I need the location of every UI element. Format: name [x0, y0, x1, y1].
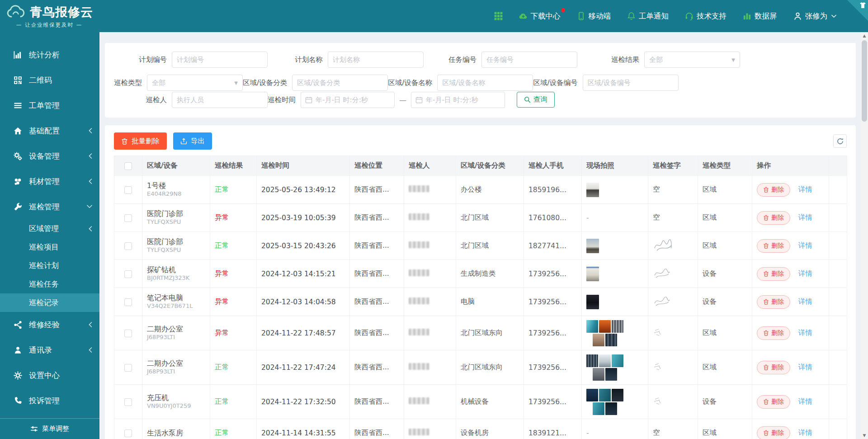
nav-download-center[interactable]: 下载中心 — [519, 11, 561, 21]
sidebar-item-stats[interactable]: 统计分析 — [0, 42, 99, 67]
photo-thumbnail[interactable] — [612, 320, 623, 333]
sidebar-item-qrcode[interactable]: 二维码 — [0, 67, 99, 93]
photo-thumbnail[interactable] — [586, 239, 599, 253]
photo-thumbnail[interactable] — [593, 368, 604, 381]
delete-button[interactable]: 删除 — [757, 183, 790, 197]
row-checkbox[interactable] — [124, 398, 132, 406]
photo-thumbnail[interactable] — [586, 183, 599, 197]
sidebar-item-area-mgmt[interactable]: 区域管理 — [0, 219, 99, 238]
photo-thumbnail[interactable] — [593, 334, 604, 346]
row-checkbox[interactable] — [124, 330, 132, 337]
row-checkbox[interactable] — [124, 214, 132, 222]
nav-user-menu[interactable]: 张修为 — [793, 11, 837, 21]
start-time-picker[interactable] — [301, 92, 395, 108]
photo-thumbnail[interactable] — [605, 334, 617, 346]
sidebar-item-consumable-mgmt[interactable]: 耗材管理 — [0, 169, 99, 194]
nav-data-screen[interactable]: 数据屏 — [743, 11, 777, 21]
filter-area-name-input[interactable] — [442, 79, 528, 87]
filter-type-select[interactable]: 全部 ▼ — [147, 75, 243, 91]
detail-link[interactable]: 详情 — [798, 363, 812, 371]
photo-thumbnail[interactable] — [612, 389, 623, 401]
sidebar-item-complaint-mgmt[interactable]: 投诉管理 — [0, 388, 99, 413]
row-checkbox[interactable] — [124, 430, 132, 437]
header-nav: 下载中心移动端工单通知技术支持数据屏张修为 — [494, 11, 868, 21]
sidebar-item-workorder[interactable]: 工单管理 — [0, 93, 99, 118]
sidebar-item-base-config[interactable]: 基础配置 — [0, 118, 99, 143]
sidebar-item-menu-adjust[interactable]: 菜单调整 — [0, 418, 99, 439]
signature-cell — [648, 385, 698, 419]
sidebar-item-device-mgmt[interactable]: 设备管理 — [0, 143, 99, 169]
scroll-up-arrow[interactable]: ▲ — [861, 32, 868, 39]
delete-button[interactable]: 删除 — [757, 211, 790, 225]
end-time-picker[interactable] — [411, 92, 505, 108]
filter-plan-name-input[interactable] — [333, 56, 419, 64]
start-time-input[interactable] — [316, 96, 390, 104]
photo-thumbnail[interactable] — [593, 402, 604, 415]
sidebar-item-inspection-record[interactable]: 巡检记录 — [0, 293, 99, 312]
detail-link[interactable]: 详情 — [798, 397, 812, 406]
photo-thumbnail[interactable] — [612, 354, 623, 367]
inspection-type: 区域 — [698, 176, 752, 204]
row-checkbox[interactable] — [124, 270, 132, 278]
filter-area-category-input[interactable] — [297, 79, 383, 87]
delete-button[interactable]: 删除 — [757, 239, 790, 253]
row-checkbox[interactable] — [124, 242, 132, 250]
detail-link[interactable]: 详情 — [798, 297, 812, 306]
sidebar-item-inspection-project[interactable]: 巡检项目 — [0, 238, 99, 256]
row-checkbox[interactable] — [124, 298, 132, 306]
refresh-button[interactable] — [833, 134, 847, 148]
photo-thumbnail[interactable] — [586, 354, 598, 367]
filter-inspector-input[interactable] — [177, 96, 263, 104]
detail-link[interactable]: 详情 — [798, 185, 812, 194]
sidebar-item-inspection-plan[interactable]: 巡检计划 — [0, 256, 99, 275]
photo-thumbnail[interactable] — [586, 320, 598, 333]
photo-thumbnail[interactable] — [586, 295, 599, 309]
photo-thumbnail[interactable] — [605, 402, 617, 415]
filter-result-select[interactable]: 全部 ▼ — [644, 52, 740, 68]
filter-task-no-input[interactable] — [486, 56, 572, 64]
sidebar-item-inspection-task[interactable]: 巡检任务 — [0, 275, 99, 293]
sidebar-item-inspection-mgmt[interactable]: 巡检管理 — [0, 194, 99, 219]
delete-button[interactable]: 删除 — [757, 361, 790, 374]
scrollbar-thumb[interactable] — [862, 40, 867, 122]
photo-thumbnail[interactable] — [586, 267, 599, 281]
detail-link[interactable]: 详情 — [798, 241, 812, 250]
nav-tech-support[interactable]: 技术支持 — [685, 11, 726, 21]
actions-cell: 删除 详情 — [752, 176, 829, 204]
filter-plan-no-input[interactable] — [177, 56, 263, 64]
row-checkbox[interactable] — [124, 186, 132, 194]
photo-thumbnail[interactable] — [599, 320, 611, 333]
nav-mobile[interactable]: 移动端 — [577, 11, 611, 21]
detail-link[interactable]: 详情 — [798, 429, 812, 437]
batch-delete-button[interactable]: 批量删除 — [114, 132, 167, 150]
detail-link[interactable]: 详情 — [798, 269, 812, 278]
export-button[interactable]: 导出 — [173, 132, 212, 150]
detail-link[interactable]: 详情 — [798, 213, 812, 222]
nav-apps[interactable] — [494, 12, 503, 20]
sidebar: 统计分析二维码工单管理基础配置设备管理耗材管理巡检管理区域管理巡检项目巡检计划巡… — [0, 32, 99, 439]
delete-button[interactable]: 删除 — [757, 326, 790, 340]
delete-button[interactable]: 删除 — [757, 426, 790, 439]
sidebar-item-contacts[interactable]: 通讯录 — [0, 337, 99, 363]
inspection-time: 2024-11-22 17:32:50 — [257, 385, 350, 419]
photo-thumbnail[interactable] — [605, 368, 617, 381]
photo-thumbnail[interactable] — [599, 389, 611, 401]
sidebar-item-repair-experience[interactable]: 维修经验 — [0, 312, 99, 337]
nav-workorder-notify[interactable]: 工单通知 — [627, 11, 669, 21]
row-checkbox[interactable] — [124, 364, 132, 372]
photo-thumbnail[interactable] — [599, 354, 611, 367]
delete-button[interactable]: 删除 — [757, 295, 790, 309]
select-all-checkbox[interactable] — [124, 162, 132, 170]
filter-area-no-input[interactable] — [588, 79, 674, 87]
delete-button[interactable]: 删除 — [757, 395, 790, 409]
delete-button[interactable]: 删除 — [757, 267, 790, 281]
scroll-down-arrow[interactable]: ▼ — [861, 432, 868, 439]
photo-thumbnail[interactable] — [586, 389, 598, 401]
page-scrollbar: ▲ ▼ — [861, 32, 868, 439]
end-time-input[interactable] — [426, 96, 500, 104]
sidebar-item-settings-center[interactable]: 设置中心 — [0, 363, 99, 388]
detail-link[interactable]: 详情 — [798, 329, 812, 337]
actions-cell: 删除 详情 — [752, 419, 829, 439]
column-header: 巡检类型 — [698, 156, 752, 176]
search-button[interactable]: 查询 — [517, 92, 555, 108]
